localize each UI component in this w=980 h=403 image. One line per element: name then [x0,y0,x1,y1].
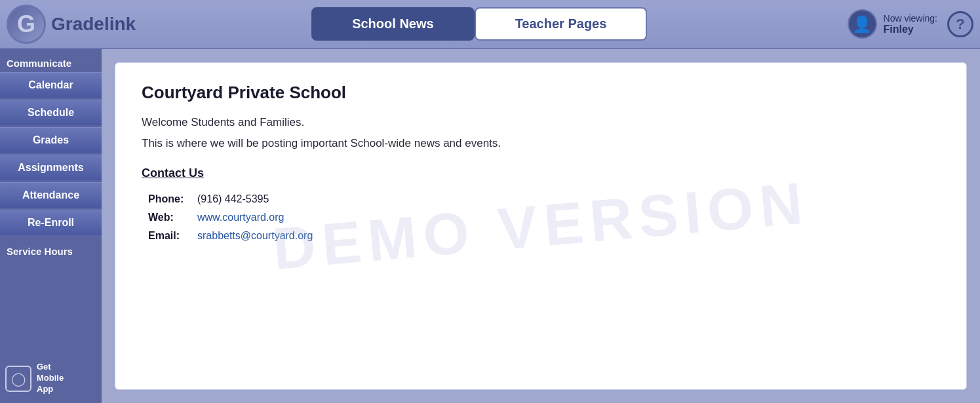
school-name: Courtyard Private School [142,83,940,103]
news-text: This is where we will be posting importa… [142,137,940,150]
phone-label: Phone: [148,193,191,205]
contact-row-email: Email: srabbetts@courtyard.org [148,230,940,242]
user-label: Now viewing: Finley [884,13,937,35]
contact-info: Phone: (916) 442-5395 Web: www.courtyard… [142,193,940,242]
content-card: DEMO VERSION Courtyard Private School We… [115,62,967,390]
sidebar: Communicate Calendar Schedule Grades Ass… [0,49,102,403]
content-area: DEMO VERSION Courtyard Private School We… [102,49,980,403]
help-icon[interactable]: ? [947,11,973,37]
sidebar-item-attendance[interactable]: Attendance [0,182,102,208]
sidebar-item-grades[interactable]: Grades [0,127,102,153]
sidebar-section-communicate: Communicate [0,52,102,72]
sidebar-item-assignments[interactable]: Assignments [0,155,102,180]
sidebar-item-calendar[interactable]: Calendar [0,72,102,98]
app-name: Gradelink [51,14,136,35]
web-link[interactable]: www.courtyard.org [197,212,284,223]
welcome-text: Welcome Students and Families. [142,116,940,129]
logo-area: G Gradelink [7,5,111,44]
user-info: 👤 Now viewing: Finley [848,9,937,39]
email-link[interactable]: srabbetts@courtyard.org [197,230,313,242]
sidebar-item-reenroll[interactable]: Re-Enroll [0,210,102,235]
user-area: 👤 Now viewing: Finley ? [848,9,973,39]
email-label: Email: [148,230,191,242]
user-avatar-icon: 👤 [848,9,877,39]
main-layout: Communicate Calendar Schedule Grades Ass… [0,49,980,403]
logo-icon: G [7,5,46,44]
sidebar-section-service-hours: Service Hours [0,240,102,260]
web-label: Web: [148,212,191,223]
header: G Gradelink School News Teacher Pages 👤 … [0,0,980,49]
nav-tabs: School News Teacher Pages [125,7,834,41]
contact-heading: Contact Us [142,166,940,180]
mobile-app[interactable]: ◯ Get Mobile App [0,354,102,403]
mobile-app-icon: ◯ [5,366,31,392]
contact-row-phone: Phone: (916) 442-5395 [148,193,940,205]
tab-teacher-pages[interactable]: Teacher Pages [475,7,648,41]
sidebar-item-schedule[interactable]: Schedule [0,100,102,125]
mobile-app-label: Get Mobile App [37,362,64,395]
phone-value: (916) 442-5395 [197,193,269,205]
tab-school-news[interactable]: School News [311,7,474,41]
contact-row-web: Web: www.courtyard.org [148,212,940,223]
